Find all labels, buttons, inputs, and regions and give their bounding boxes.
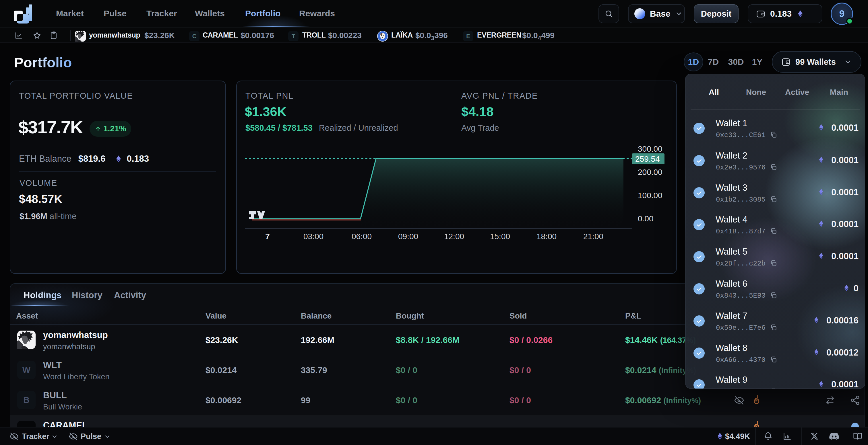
svg-text:0.00: 0.00 — [638, 214, 654, 223]
svg-text:03:00: 03:00 — [303, 232, 323, 241]
svg-text:12:00: 12:00 — [444, 232, 464, 241]
svg-text:7: 7 — [265, 232, 270, 241]
svg-text:200.00: 200.00 — [638, 168, 662, 177]
svg-text:06:00: 06:00 — [352, 232, 372, 241]
svg-text:259.54: 259.54 — [635, 155, 660, 164]
svg-text:21:00: 21:00 — [583, 232, 603, 241]
svg-text:18:00: 18:00 — [536, 232, 557, 241]
svg-text:15:00: 15:00 — [490, 232, 510, 241]
svg-text:09:00: 09:00 — [398, 232, 418, 241]
svg-text:100.00: 100.00 — [638, 191, 662, 200]
svg-text:300.00: 300.00 — [638, 144, 662, 153]
